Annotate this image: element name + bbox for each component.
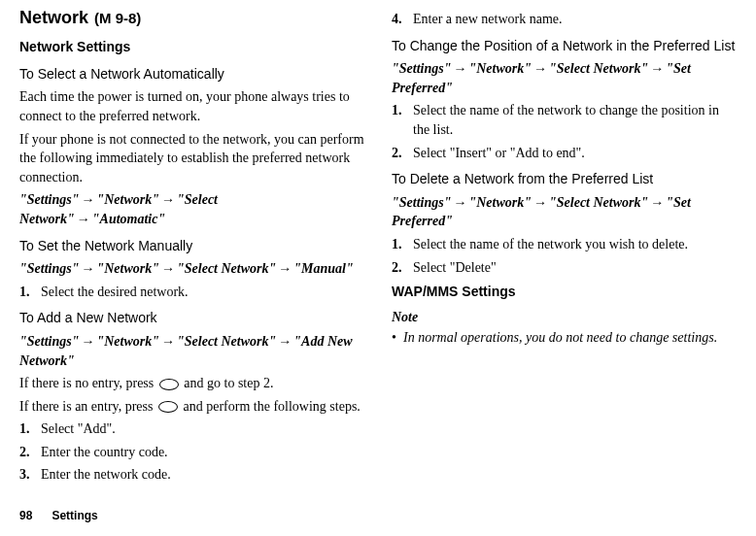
- step-number: 3.: [19, 465, 41, 485]
- list-item: 3. Enter the network code.: [19, 465, 364, 485]
- note-label: Note: [392, 308, 737, 327]
- arrow-icon: →: [161, 261, 175, 276]
- list-item: 1. Select the name of the network to cha…: [392, 101, 737, 139]
- path-segment: "Select Network": [177, 334, 276, 349]
- step-number: 1.: [392, 101, 413, 139]
- arrow-icon: →: [81, 192, 94, 207]
- arrow-icon: →: [81, 334, 94, 349]
- step-number: 1.: [392, 235, 413, 254]
- list-item: 2. Select "Delete": [392, 258, 737, 278]
- path-segment: "Settings": [19, 261, 79, 276]
- menu-path-delete: "Settings"→"Network"→"Select Network"→"S…: [392, 193, 737, 231]
- left-column: Network (M 9-8) Network Settings To Sele…: [19, 6, 364, 485]
- heading-add-network: To Add a New Network: [19, 309, 364, 328]
- text-fragment: and perform the following steps.: [180, 399, 361, 414]
- center-key-icon: [158, 401, 178, 413]
- path-segment: "Settings": [392, 195, 451, 210]
- subsection-network-settings: Network Settings: [19, 38, 364, 57]
- paragraph: If there is no entry, press and go to st…: [19, 374, 364, 393]
- menu-path-change: "Settings"→"Network"→"Select Network"→"S…: [392, 59, 737, 97]
- heading-delete-network: To Delete a Network from the Preferred L…: [392, 170, 737, 189]
- arrow-icon: →: [161, 334, 175, 349]
- right-column: 4. Enter a new network name. To Change t…: [392, 6, 737, 485]
- note-text: In normal operations, you do not need to…: [403, 328, 717, 348]
- path-segment: "Network": [468, 195, 532, 210]
- center-key-icon: [159, 379, 179, 390]
- path-segment: "Settings": [19, 192, 79, 207]
- text-fragment: and go to step 2.: [181, 376, 274, 390]
- list-item: 1. Select the desired network.: [19, 283, 364, 302]
- text-fragment: If there is no entry, press: [19, 376, 157, 390]
- arrow-icon: →: [453, 195, 466, 210]
- note-bullet-row: • In normal operations, you do not need …: [392, 328, 737, 348]
- step-text: Select "Delete": [413, 258, 737, 278]
- arrow-icon: →: [453, 61, 466, 76]
- subsection-wap-mms: WAP/MMS Settings: [392, 283, 737, 302]
- step-number: 2.: [392, 258, 413, 278]
- paragraph: If there is an entry, press and perform …: [19, 397, 364, 417]
- step-number: 2.: [19, 443, 41, 462]
- list-item: 1. Select the name of the network you wi…: [392, 235, 737, 254]
- path-segment: "Network": [96, 261, 159, 276]
- step-number: 4.: [392, 10, 413, 29]
- step-text: Select the desired network.: [41, 283, 364, 302]
- menu-code: (M 9-8): [94, 8, 141, 28]
- arrow-icon: →: [81, 261, 94, 276]
- heading-select-auto: To Select a Network Automatically: [19, 65, 364, 84]
- list-item: 4. Enter a new network name.: [392, 10, 737, 29]
- step-number: 2.: [392, 144, 413, 163]
- arrow-icon: →: [533, 195, 547, 210]
- step-text: Select "Add".: [41, 419, 364, 439]
- menu-path-auto: "Settings"→"Network"→"Select Network"→"A…: [19, 190, 364, 228]
- path-segment: "Select Network": [177, 261, 276, 276]
- path-segment: "Select Network": [549, 61, 648, 76]
- arrow-icon: →: [650, 195, 664, 210]
- heading-change-position: To Change the Position of a Network in t…: [392, 37, 737, 56]
- path-segment: "Automatic": [92, 212, 165, 226]
- path-segment: "Select Network": [549, 195, 648, 210]
- step-text: Enter the country code.: [41, 443, 364, 462]
- step-number: 1.: [19, 419, 41, 439]
- step-text: Enter the network code.: [41, 465, 364, 485]
- section-header: Network (M 9-8): [19, 6, 364, 30]
- section-title: Network: [19, 6, 88, 30]
- menu-path-manual: "Settings"→"Network"→"Select Network"→"M…: [19, 259, 364, 279]
- path-segment: "Network": [96, 334, 159, 349]
- list-item: 1. Select "Add".: [19, 419, 364, 439]
- menu-path-add: "Settings"→"Network"→"Select Network"→"A…: [19, 332, 364, 370]
- step-number: 1.: [19, 283, 41, 302]
- arrow-icon: →: [161, 192, 175, 207]
- heading-set-manual: To Set the Network Manually: [19, 237, 364, 256]
- arrow-icon: →: [77, 212, 90, 226]
- path-segment: "Network": [96, 192, 159, 207]
- paragraph: If your phone is not connected to the ne…: [19, 130, 364, 187]
- step-text: Select "Insert" or "Add to end".: [413, 144, 737, 163]
- arrow-icon: →: [278, 334, 292, 349]
- paragraph: Each time the power is turned on, your p…: [19, 87, 364, 125]
- text-fragment: If there is an entry, press: [19, 399, 156, 414]
- list-item: 2. Select "Insert" or "Add to end".: [392, 144, 737, 163]
- step-text: Enter a new network name.: [413, 10, 737, 29]
- page-footer: 98 Settings: [19, 508, 98, 524]
- page-number: 98: [19, 509, 32, 522]
- step-text: Select the name of the network you wish …: [413, 235, 737, 254]
- path-segment: "Manual": [293, 261, 353, 276]
- bullet-icon: •: [392, 328, 403, 348]
- step-text: Select the name of the network to change…: [413, 101, 737, 139]
- arrow-icon: →: [533, 61, 547, 76]
- path-segment: "Settings": [19, 334, 79, 349]
- arrow-icon: →: [278, 261, 292, 276]
- path-segment: "Network": [468, 61, 532, 76]
- footer-label: Settings: [52, 509, 97, 522]
- path-segment: "Settings": [392, 61, 451, 76]
- arrow-icon: →: [650, 61, 664, 76]
- list-item: 2. Enter the country code.: [19, 443, 364, 462]
